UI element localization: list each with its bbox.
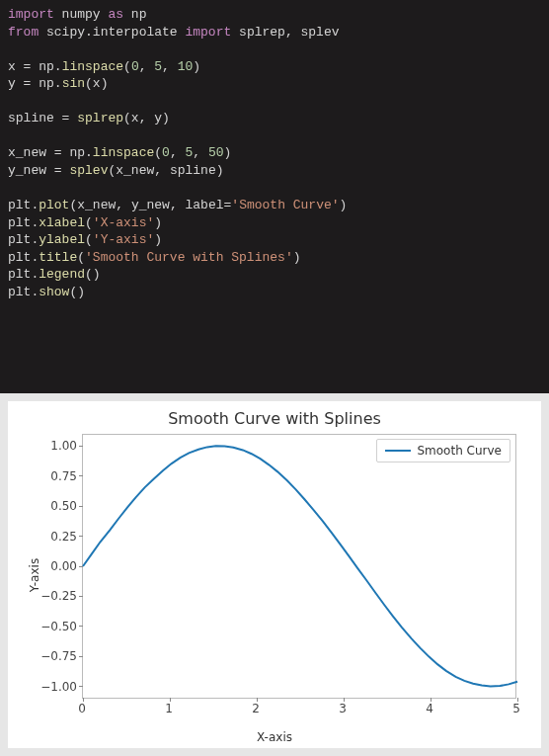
y-tick-label: −0.75	[26, 649, 77, 663]
y-tick-mark	[79, 475, 83, 476]
y-tick-label: 1.00	[26, 439, 77, 453]
y-tick-label: −0.50	[26, 620, 77, 633]
x-tick-label: 2	[252, 702, 260, 715]
x-tick-label: 5	[512, 702, 520, 715]
y-tick-mark	[79, 626, 83, 627]
y-tick-mark	[79, 656, 83, 657]
x-tick-label: 3	[339, 702, 347, 715]
y-tick-mark	[79, 446, 83, 447]
chart-panel: Smooth Curve with Splines Y-axis X-axis …	[8, 401, 541, 748]
y-tick-mark	[79, 506, 83, 507]
y-tick-mark	[79, 536, 83, 537]
y-tick-mark	[79, 686, 83, 687]
y-tick-label: −0.25	[26, 589, 77, 603]
x-tick-label: 0	[78, 702, 86, 715]
y-tick-label: 0.00	[26, 559, 77, 573]
curve-line	[83, 446, 517, 686]
x-tick-label: 4	[426, 702, 433, 715]
curve-svg	[83, 434, 516, 698]
y-tick-label: 0.50	[26, 499, 77, 513]
y-tick-mark	[79, 596, 83, 597]
legend-swatch	[385, 450, 411, 452]
chart-title: Smooth Curve with Splines	[8, 409, 541, 428]
legend-label: Smooth Curve	[417, 444, 502, 458]
y-tick-label: 0.75	[26, 469, 77, 483]
x-axis-label: X-axis	[8, 730, 541, 744]
y-tick-mark	[79, 566, 83, 567]
y-tick-label: 0.25	[26, 530, 77, 544]
legend: Smooth Curve	[376, 439, 510, 462]
plot-area: Smooth Curve	[82, 434, 516, 699]
y-tick-label: −1.00	[26, 680, 77, 694]
code-block: import numpy as np from scipy.interpolat…	[0, 0, 549, 393]
x-tick-label: 1	[165, 702, 173, 715]
